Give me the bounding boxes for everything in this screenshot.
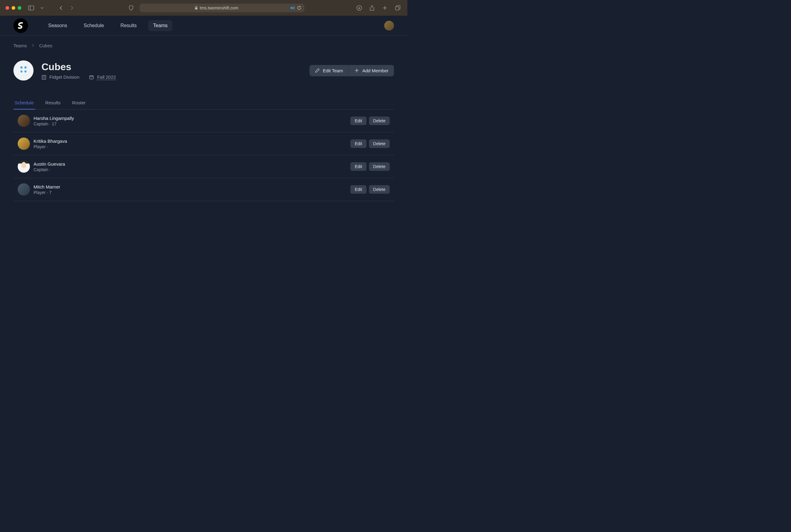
team-season-text: Fall 2022 [97, 74, 116, 80]
member-name: Mitch Marner [34, 184, 60, 189]
row-actions: EditDelete [350, 116, 390, 125]
svg-rect-8 [42, 75, 46, 79]
roster-row: Mitch MarnerPlayer · 7EditDelete [14, 178, 394, 201]
member-info: Mitch MarnerPlayer · 7 [34, 184, 60, 195]
downloads-icon[interactable] [355, 4, 364, 12]
breadcrumb-current[interactable]: Cubes [39, 43, 52, 48]
member-info: Austin GuevaraCaptain · [34, 162, 65, 172]
browser-chrome: tms.twominshift.com [0, 0, 407, 16]
delete-member-button[interactable]: Delete [369, 162, 390, 171]
nav-links: Seasons Schedule Results Teams [43, 20, 172, 31]
member-avatar[interactable] [18, 137, 30, 150]
content-inner: Teams Cubes Cubes Fidget Division [14, 35, 394, 201]
roster-row: Austin GuevaraCaptain · EditDelete [14, 155, 394, 178]
member-avatar[interactable] [18, 115, 30, 127]
edit-member-button[interactable]: Edit [350, 139, 366, 148]
delete-member-button[interactable]: Delete [369, 185, 390, 194]
team-title: Cubes [41, 61, 116, 73]
delete-member-button[interactable]: Delete [369, 139, 390, 148]
tab-schedule[interactable]: Schedule [14, 96, 35, 110]
delete-member-button[interactable]: Delete [369, 116, 390, 125]
breadcrumb: Teams Cubes [14, 42, 394, 49]
calendar-icon [89, 75, 94, 80]
nav-schedule[interactable]: Schedule [79, 20, 109, 31]
team-season[interactable]: Fall 2022 [89, 74, 116, 80]
nav-results[interactable]: Results [116, 20, 141, 31]
member-role: Captain · [34, 167, 65, 172]
app-header: Seasons Schedule Results Teams [0, 16, 407, 35]
team-meta: Fidget Division Fall 2022 [41, 74, 116, 80]
row-actions: EditDelete [350, 185, 390, 194]
share-icon[interactable] [368, 4, 376, 12]
add-member-button[interactable]: Add Member [349, 65, 394, 76]
url-text-wrap: tms.twominshift.com [143, 5, 290, 11]
edit-member-button[interactable]: Edit [350, 162, 366, 171]
content: Teams Cubes Cubes Fidget Division [0, 35, 407, 201]
member-role: Player · [34, 144, 67, 149]
row-actions: EditDelete [350, 162, 390, 171]
profile-avatar[interactable] [384, 21, 394, 31]
url-bar[interactable]: tms.twominshift.com [140, 4, 304, 12]
member-role: Player · 7 [34, 190, 60, 195]
tab-roster[interactable]: Roster [71, 96, 87, 110]
member-name: Harsha Lingampally [34, 116, 74, 121]
tab-overview-icon[interactable] [393, 4, 402, 12]
pencil-icon [315, 68, 320, 73]
close-window-button[interactable] [5, 6, 9, 10]
chrome-right [355, 4, 402, 12]
member-name: Austin Guevara [34, 162, 65, 167]
member-info: Harsha LingampallyCaptain · 17 [34, 116, 74, 126]
tabs: Schedule Results Roster [14, 96, 394, 110]
add-member-label: Add Member [362, 68, 388, 73]
nav-teams[interactable]: Teams [148, 20, 172, 31]
svg-rect-7 [396, 7, 399, 10]
member-avatar[interactable] [18, 183, 30, 195]
team-header: Cubes Fidget Division Fall 2022 [14, 60, 394, 80]
tab-results[interactable]: Results [44, 96, 62, 110]
lock-icon [195, 6, 198, 10]
nav-seasons[interactable]: Seasons [43, 20, 72, 31]
reload-icon[interactable] [297, 6, 301, 10]
chevron-right-icon [32, 44, 34, 47]
edit-team-button[interactable]: Edit Team [309, 65, 349, 76]
edit-team-label: Edit Team [323, 68, 343, 73]
edit-member-button[interactable]: Edit [350, 185, 366, 194]
svg-rect-15 [90, 76, 93, 79]
url-text: tms.twominshift.com [200, 5, 238, 11]
chevron-down-icon[interactable] [38, 4, 46, 12]
team-division: Fidget Division [41, 74, 79, 80]
svg-rect-2 [195, 7, 198, 10]
forward-button[interactable] [68, 4, 76, 12]
member-role: Captain · 17 [34, 121, 74, 126]
chrome-center: tms.twominshift.com [79, 4, 352, 12]
team-actions: Edit Team Add Member [309, 65, 394, 76]
roster-row: Harsha LingampallyCaptain · 17EditDelete [14, 110, 394, 132]
member-name: Kritika Bhargava [34, 138, 67, 144]
minimize-window-button[interactable] [12, 6, 15, 10]
member-avatar[interactable] [18, 160, 30, 173]
app-logo[interactable] [14, 18, 28, 33]
row-actions: EditDelete [350, 139, 390, 148]
building-icon [41, 75, 46, 80]
edit-member-button[interactable]: Edit [350, 116, 366, 125]
window-controls [5, 6, 21, 10]
team-division-text: Fidget Division [50, 74, 79, 80]
back-button[interactable] [57, 4, 65, 12]
audio-icon[interactable] [290, 6, 295, 10]
team-avatar [14, 60, 34, 80]
maximize-window-button[interactable] [18, 6, 21, 10]
roster-row: Kritika BhargavaPlayer · EditDelete [14, 132, 394, 155]
team-title-wrap: Cubes Fidget Division Fall 2022 [41, 61, 116, 80]
new-tab-icon[interactable] [381, 4, 389, 12]
member-info: Kritika BhargavaPlayer · [34, 138, 67, 149]
sidebar-toggle-icon[interactable] [27, 4, 35, 12]
plus-icon [354, 68, 359, 73]
url-right-icons [290, 6, 301, 10]
roster-list: Harsha LingampallyCaptain · 17EditDelete… [14, 110, 394, 201]
breadcrumb-root[interactable]: Teams [14, 43, 27, 48]
svg-rect-0 [28, 6, 34, 10]
shield-icon[interactable] [127, 4, 135, 12]
